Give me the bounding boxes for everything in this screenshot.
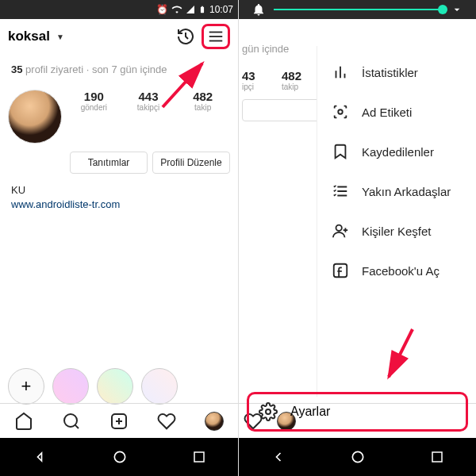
- menu-saved[interactable]: Kaydedilenler: [317, 132, 476, 171]
- alarm-icon: ⏰: [156, 4, 168, 15]
- search-icon[interactable]: [62, 412, 81, 431]
- profile-header: koksal ▼: [0, 19, 238, 54]
- svg-point-14: [336, 225, 342, 231]
- svg-rect-20: [432, 452, 442, 462]
- menu-discover-people[interactable]: Kişiler Keşfet: [317, 211, 476, 251]
- stories-row: +: [8, 368, 230, 405]
- add-post-icon[interactable]: [109, 412, 129, 431]
- bell-icon: [251, 2, 266, 17]
- volume-slider[interactable]: [274, 9, 443, 10]
- battery-icon: [198, 4, 206, 15]
- chevron-down-icon[interactable]: ▼: [56, 33, 64, 41]
- back-icon[interactable]: [271, 449, 286, 465]
- add-story-button[interactable]: +: [8, 368, 44, 405]
- history-icon[interactable]: [176, 27, 195, 46]
- svg-line-4: [75, 424, 79, 428]
- profile-tab-icon[interactable]: [205, 412, 224, 431]
- facebook-icon: [332, 262, 349, 279]
- stat-posts[interactable]: 190gönderi: [76, 90, 111, 112]
- android-nav-bar: [239, 438, 476, 476]
- nametag-icon: [332, 103, 349, 121]
- username[interactable]: koksal: [8, 29, 50, 44]
- home-nav-icon[interactable]: [350, 449, 366, 465]
- chevron-down-icon[interactable]: [451, 3, 463, 16]
- recent-apps-icon[interactable]: [192, 450, 206, 464]
- status-bar: ⏰ 10:07: [0, 0, 238, 19]
- edit-profile-button[interactable]: Profili Düzenle: [152, 152, 230, 174]
- signal-icon: [186, 5, 195, 14]
- bio-name: KU: [11, 183, 227, 198]
- menu-insights[interactable]: İstatistikler: [317, 52, 476, 92]
- status-bar-right: [239, 0, 476, 19]
- bio-website[interactable]: www.androidliste-tr.com: [11, 198, 227, 212]
- chart-icon: [332, 63, 349, 81]
- clock-time: 10:07: [209, 4, 233, 15]
- wifi-icon: [171, 4, 182, 15]
- profile-visits-text: 35 profil ziyareti · son 7 gün içinde: [0, 54, 238, 85]
- svg-point-8: [114, 451, 125, 462]
- list-star-icon: [332, 182, 349, 200]
- svg-rect-9: [194, 452, 204, 462]
- story-highlight[interactable]: [97, 368, 133, 405]
- stat-following[interactable]: 482takip: [186, 90, 221, 112]
- home-nav-icon[interactable]: [112, 449, 128, 465]
- hamburger-menu-button[interactable]: [202, 24, 230, 49]
- back-icon[interactable]: [32, 449, 48, 465]
- user-plus-icon: [332, 222, 349, 240]
- story-highlight[interactable]: [52, 368, 89, 405]
- stat-followers-partial[interactable]: 43ipçi: [242, 69, 277, 91]
- drawer-menu: İstatistikler Ad Etiketi Kaydedilenler Y…: [317, 46, 476, 297]
- stat-followers[interactable]: 443takipçi: [131, 90, 166, 112]
- svg-point-13: [338, 109, 343, 114]
- bookmark-icon: [332, 143, 349, 160]
- svg-point-3: [64, 414, 77, 427]
- menu-close-friends[interactable]: Yakın Arkadaşlar: [317, 171, 476, 211]
- gear-icon: [259, 402, 278, 421]
- story-highlight[interactable]: [141, 368, 178, 405]
- menu-settings[interactable]: Ayarlar: [247, 392, 468, 432]
- stat-following[interactable]: 482takip: [282, 69, 317, 91]
- svg-point-18: [266, 409, 271, 414]
- recent-apps-icon[interactable]: [430, 450, 444, 464]
- home-icon[interactable]: [14, 412, 33, 431]
- android-nav-bar: [0, 438, 238, 476]
- promote-button[interactable]: Tanıtımlar: [70, 152, 148, 174]
- avatar[interactable]: [8, 90, 62, 144]
- svg-point-19: [353, 451, 363, 462]
- heart-icon[interactable]: [157, 412, 176, 431]
- tab-bar: [0, 403, 238, 438]
- menu-nametag[interactable]: Ad Etiketi: [317, 92, 476, 132]
- menu-icon: [207, 28, 225, 45]
- menu-facebook[interactable]: Facebook'u Aç: [317, 251, 476, 290]
